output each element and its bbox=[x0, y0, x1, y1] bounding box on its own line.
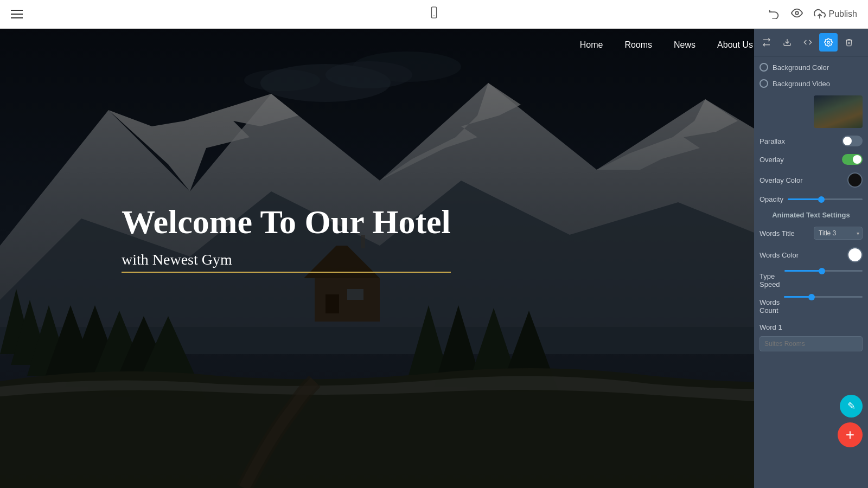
preview-icon[interactable] bbox=[791, 7, 803, 22]
panel-tool-download[interactable] bbox=[778, 33, 796, 52]
publish-label: Publish bbox=[829, 9, 857, 19]
hero-title: Welcome To Our Hotel bbox=[122, 203, 451, 240]
bg-color-radio[interactable] bbox=[760, 63, 768, 72]
words-color-swatch[interactable] bbox=[847, 247, 863, 262]
words-count-row: WordsCount bbox=[760, 296, 863, 314]
nav-about[interactable]: About Us bbox=[717, 40, 753, 50]
word1-input[interactable] bbox=[760, 336, 863, 351]
opacity-row: Opacity bbox=[760, 195, 863, 203]
svg-point-34 bbox=[827, 41, 829, 43]
overlay-label: Overlay bbox=[760, 156, 784, 164]
overlay-color-row: Overlay Color bbox=[760, 172, 863, 188]
word1-section: Word 1 bbox=[760, 322, 863, 332]
overlay-toggle[interactable] bbox=[842, 154, 863, 165]
bg-video-radio[interactable] bbox=[760, 79, 768, 88]
nav-home[interactable]: Home bbox=[580, 40, 603, 50]
parallax-row: Parallax bbox=[760, 136, 863, 146]
bg-color-label: Background Color bbox=[773, 63, 863, 72]
bg-thumbnail[interactable] bbox=[814, 95, 863, 128]
words-count-slider[interactable] bbox=[784, 296, 863, 298]
bg-video-row: Background Video bbox=[760, 79, 863, 88]
animated-text-title: Animated Text Settings bbox=[760, 211, 863, 219]
overlay-row: Overlay bbox=[760, 154, 863, 165]
hero-section: Welcome To Our Hotel with Newest Gym bbox=[122, 203, 451, 273]
panel-toolbar bbox=[754, 29, 868, 56]
panel-tool-arrows[interactable] bbox=[757, 33, 776, 52]
add-fab-button[interactable]: + bbox=[838, 422, 863, 447]
topbar-right: Publish bbox=[768, 7, 857, 22]
words-color-row: Words Color bbox=[760, 247, 863, 262]
words-count-label: WordsCount bbox=[760, 296, 780, 314]
navbar: Home Rooms News About Us BOOK NOW bbox=[0, 29, 868, 61]
opacity-slider[interactable] bbox=[788, 198, 863, 200]
words-title-label: Words Title bbox=[760, 229, 795, 237]
type-speed-row: TypeSpeed bbox=[760, 270, 863, 288]
svg-rect-0 bbox=[431, 7, 436, 18]
type-speed-label: TypeSpeed bbox=[760, 270, 780, 288]
words-title-select-wrap: Title 3 Title 1 Title 2 Title 4 bbox=[814, 227, 863, 240]
panel-tool-trash[interactable] bbox=[840, 33, 858, 52]
add-icon: + bbox=[846, 426, 854, 444]
edit-fab-button[interactable]: ✎ bbox=[840, 395, 863, 418]
words-color-label: Words Color bbox=[760, 251, 799, 259]
undo-icon[interactable] bbox=[768, 7, 780, 22]
bg-video-label: Background Video bbox=[773, 80, 863, 88]
overlay-color-swatch[interactable] bbox=[847, 172, 863, 188]
type-speed-slider[interactable] bbox=[784, 270, 863, 272]
words-title-select[interactable]: Title 3 Title 1 Title 2 Title 4 bbox=[814, 227, 863, 240]
hero-subtitle: with Newest Gym bbox=[122, 251, 451, 273]
parallax-toggle[interactable] bbox=[842, 136, 863, 146]
canvas-area: Home Rooms News About Us BOOK NOW Welcom… bbox=[0, 29, 868, 488]
bg-color-row: Background Color bbox=[760, 63, 863, 72]
words-title-row: Words Title Title 3 Title 1 Title 2 Titl… bbox=[760, 227, 863, 240]
opacity-label: Opacity bbox=[760, 195, 783, 203]
topbar-center bbox=[428, 7, 440, 22]
hamburger-menu[interactable] bbox=[11, 10, 23, 18]
svg-point-2 bbox=[795, 11, 799, 15]
parallax-label: Parallax bbox=[760, 137, 785, 145]
phone-icon bbox=[428, 8, 440, 21]
panel-tool-gear[interactable] bbox=[819, 33, 838, 52]
settings-panel: Background Color Background Video Parall… bbox=[754, 29, 868, 488]
nav-news[interactable]: News bbox=[674, 40, 695, 50]
topbar: Publish bbox=[0, 0, 868, 29]
topbar-left bbox=[11, 10, 23, 18]
word1-label: Word 1 bbox=[760, 323, 782, 331]
edit-icon: ✎ bbox=[847, 400, 856, 412]
publish-button[interactable]: Publish bbox=[814, 8, 857, 20]
panel-tool-code[interactable] bbox=[799, 33, 817, 52]
overlay-color-label: Overlay Color bbox=[760, 176, 802, 184]
nav-rooms[interactable]: Rooms bbox=[624, 40, 652, 50]
